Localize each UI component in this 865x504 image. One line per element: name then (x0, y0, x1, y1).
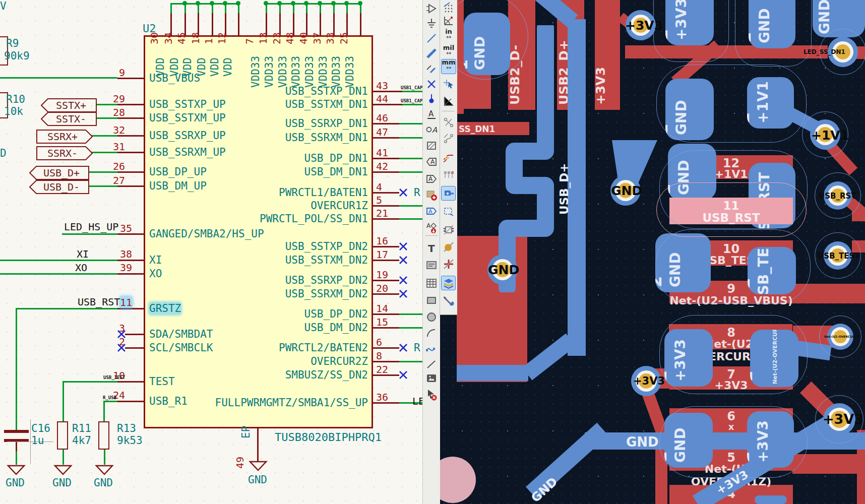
pin-name: USB_SSRXM_DN1 (212, 132, 368, 144)
hier-label-usbd-m[interactable]: USB_D- (29, 180, 90, 194)
units-mm-button[interactable]: mm↔ (442, 59, 456, 74)
net-label-led-hs-up[interactable]: LED_HS_UP (64, 221, 118, 233)
hier-label-ssrx-m[interactable]: SSRX- (36, 146, 93, 160)
layer-display-button[interactable] (442, 276, 455, 290)
hier-label-usbd-p[interactable]: USB_D+ (29, 166, 90, 180)
pin-number: 29 (99, 93, 125, 105)
net-label-xi[interactable]: XI (77, 248, 89, 260)
add-textbox-button[interactable] (424, 258, 438, 272)
add-image-button[interactable] (424, 371, 438, 385)
add-bus-entry-button[interactable] (424, 61, 438, 75)
add-hierarchical-sheet-button[interactable] (424, 139, 438, 152)
hide-ratsnest-button[interactable] (442, 115, 455, 129)
add-no-connect-button[interactable] (424, 77, 438, 91)
tools-button[interactable] (442, 294, 455, 307)
no-connect-icon (117, 343, 126, 352)
add-arc-button[interactable] (424, 326, 438, 340)
pin-number: 22 (376, 363, 388, 375)
delete-tool-button[interactable] (424, 388, 438, 401)
add-rectangle-button[interactable] (424, 293, 438, 307)
add-text-button[interactable]: T (424, 241, 438, 255)
add-bus-button[interactable] (424, 46, 438, 60)
gnd-text: GND (94, 477, 113, 489)
add-junction-button[interactable] (424, 93, 438, 106)
grid-style-button[interactable] (442, 1, 455, 14)
gnd-symbol[interactable] (53, 465, 73, 476)
resistor-r13[interactable] (98, 421, 109, 450)
net-fragment: R (414, 342, 420, 354)
pin-name: SMBUSZ/SS_DN2 (212, 369, 368, 381)
svg-text:SSTX-: SSTX- (56, 113, 86, 125)
add-power-button[interactable] (424, 16, 438, 30)
pin-header-display-button[interactable] (442, 168, 455, 182)
wire-label[interactable]: USB1_CAP (401, 85, 422, 90)
gnd-text: GND (6, 477, 25, 489)
magnetic-snap-button[interactable] (442, 76, 455, 90)
gnd-symbol[interactable] (249, 461, 268, 472)
polar-coordinates-button[interactable] (442, 14, 455, 27)
add-directive-label-button[interactable]: A (424, 122, 438, 136)
selection-box-button[interactable] (442, 205, 455, 218)
capacitor-c16[interactable] (4, 430, 29, 433)
net-label-usb-rst[interactable]: USB_RST (78, 296, 120, 308)
resistor-r11[interactable] (57, 421, 68, 450)
pin-name: USB_SSRXP_DN1 (212, 117, 368, 130)
add-sheet-pin-button[interactable]: A (424, 204, 438, 218)
pin-name: PWRCTL1/BATEN1 (212, 186, 368, 199)
add-global-label-button[interactable]: A (424, 155, 438, 168)
footprint-display-button[interactable] (442, 223, 455, 236)
add-bezier-button[interactable] (424, 342, 438, 356)
pad-partial[interactable] (755, 495, 787, 504)
pin-number: 35 (120, 222, 132, 234)
units-inch-button[interactable]: in↔ (442, 29, 456, 40)
hier-label-ssrx-p[interactable]: SSRX+ (36, 130, 93, 144)
pin-number: 14 (376, 302, 388, 314)
gnd-symbol[interactable] (95, 465, 114, 476)
svg-text:A: A (432, 125, 438, 135)
pin-name: USB_DP_DN1 (212, 152, 368, 164)
hide-zones-button[interactable] (442, 240, 455, 254)
pin-name: FULLPWRMGMTZ/SMBA1/SS_UP (202, 397, 368, 409)
pad-display-mode-button[interactable] (442, 186, 455, 200)
value-r9: 90k9 (4, 50, 30, 62)
courtyard (653, 0, 729, 62)
hide-tracks-button[interactable] (442, 257, 455, 271)
units-mil-button[interactable]: mil↔ (442, 45, 456, 56)
pin-number: 42 (376, 160, 388, 172)
value-c16: 1u (31, 434, 44, 447)
net-label-xo[interactable]: XO (75, 262, 87, 274)
value-r11: 4k7 (72, 434, 91, 447)
add-hierarchical-label-button[interactable]: A (424, 172, 438, 185)
highlight-nets-button[interactable] (442, 150, 455, 164)
pin-name: XO (149, 268, 162, 280)
trace-label-gnd: GND (626, 434, 659, 450)
value-r10: 10k (4, 105, 23, 117)
pin-number: 20 (376, 282, 388, 294)
add-table-button[interactable] (424, 276, 438, 290)
svg-text:A: A (430, 158, 435, 165)
add-line-button[interactable] (424, 357, 438, 371)
wire-label[interactable]: USB_TEST (103, 375, 125, 380)
pin-name: USB_VBUS (149, 72, 200, 84)
gnd-symbol[interactable] (7, 465, 26, 476)
schematic-toolbar: A A A A A A T (422, 0, 440, 504)
add-wire-button[interactable] (424, 31, 438, 45)
pcb-toolbar: in↔ mil↔ mm↔ (440, 0, 457, 315)
add-circle-button[interactable] (424, 310, 438, 324)
wire-label[interactable]: USB1_CAP (401, 98, 422, 103)
pin-number: 15 (376, 316, 388, 328)
schematic-canvas[interactable]: U2 TUSB8020BIPHPRQ1 30 34 45 18 1 12 VDD… (0, 0, 422, 504)
pin-number: 28 (99, 106, 125, 118)
import-sheet-pin-button[interactable] (424, 188, 438, 202)
import-hierarchical-label-button[interactable]: A (424, 220, 438, 234)
hier-label-sstx-p[interactable]: SSTX+ (41, 98, 97, 112)
refdes-r10: R10 (6, 93, 25, 105)
hier-label-sstx-m[interactable]: SSTX- (41, 112, 97, 126)
pcb-canvas[interactable]: 15 USB2_D- 14 USB2_D+ 13 +3V3 SS_DN1 12 … (440, 0, 865, 504)
add-symbol-button[interactable] (424, 2, 438, 15)
curved-ratsnest-button[interactable] (442, 132, 455, 145)
wire-label[interactable]: R_USB (103, 395, 116, 400)
coordinate-axes-button[interactable] (442, 94, 455, 108)
add-net-label-button[interactable]: A (424, 107, 438, 121)
gnd-text: GND (52, 477, 72, 489)
